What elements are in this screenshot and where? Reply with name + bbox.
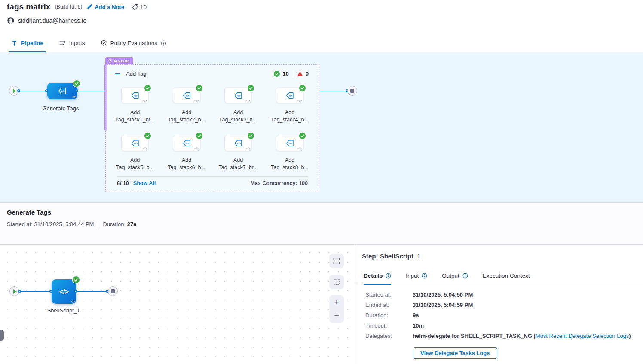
matrix-step-label: AddTag_stack8_b... [271, 157, 309, 171]
add-note-link[interactable]: Add a Note [86, 4, 124, 10]
code-glyph: </> [71, 300, 74, 303]
step-details: Started at: 31/10/2025, 5:04:50 PM Ended… [365, 291, 634, 359]
stage-node-label: Generate Tags [37, 105, 84, 112]
collapse-icon[interactable] [115, 73, 120, 74]
svg-text:</>: </> [134, 94, 138, 97]
shellscript-step-node[interactable]: </> </> [52, 279, 76, 304]
user-email: siddhant.dua@harness.io [18, 17, 86, 24]
info-icon[interactable] [422, 273, 427, 279]
success-badge-icon [196, 133, 202, 139]
generate-tags-step-node[interactable]: </> </> [47, 83, 77, 99]
row-value: 31/10/2025, 5:04:50 PM [413, 291, 473, 298]
pencil-icon [86, 4, 92, 10]
info-icon[interactable] [161, 40, 166, 46]
success-badge-icon [248, 85, 254, 91]
build-id: (Build Id: 6) [55, 4, 82, 10]
row-value: 9s [413, 312, 419, 318]
tab-label: Policy Evaluations [110, 40, 158, 46]
tab-execution-context[interactable]: Execution Context [483, 273, 530, 285]
code-glyph: </> [246, 147, 250, 150]
code-glyph: </> [195, 147, 198, 150]
matrix-footer-divider [117, 176, 308, 177]
panel-resize-handle[interactable] [0, 330, 4, 341]
matrix-steps-grid: </> </> AddTag_stack1_br... </> </> AddT… [109, 87, 316, 182]
zoom-out-button[interactable]: − [329, 309, 344, 323]
failed-count: 0 [306, 70, 309, 77]
tab-pipeline[interactable]: Pipeline [11, 34, 43, 52]
row-value: 10m [413, 322, 424, 329]
main-tabbar: Pipeline Inputs Policy Evaluations [0, 34, 643, 52]
zoom-controls: + − [329, 295, 344, 323]
row-label: Duration: [365, 312, 413, 318]
connector-line [19, 91, 47, 91]
code-glyph: </> [72, 95, 76, 98]
success-count: 10 [282, 70, 288, 77]
tag-step-icon: </> [182, 91, 191, 100]
multi-select-button[interactable] [329, 275, 344, 289]
matrix-step-node[interactable]: </> </> [276, 135, 303, 151]
success-badge-icon [196, 85, 202, 91]
show-all-link[interactable]: Show All [133, 180, 156, 186]
junction-dot [74, 290, 77, 293]
zoom-in-button[interactable]: + [329, 295, 344, 309]
matrix-step: </> </> AddTag_stack6_b... [161, 135, 212, 182]
tag-step-icon: </> [182, 139, 191, 148]
connector-line [20, 291, 52, 292]
matrix-step-node[interactable]: </> </> [121, 87, 149, 103]
started-value: 31/10/2025, 5:04:44 PM [34, 221, 94, 228]
matrix-step-node[interactable]: </> </> [121, 135, 149, 151]
matrix-step-label: AddTag_stack1_br... [115, 109, 154, 123]
info-icon[interactable] [386, 273, 391, 279]
max-concurrency: Max Concurrency: 100 [251, 180, 308, 186]
tab-input[interactable]: Input [406, 273, 427, 285]
tab-details[interactable]: Details [364, 273, 391, 285]
matrix-step-node[interactable]: </> </> [224, 87, 252, 103]
junction-dot [45, 89, 48, 92]
add-note-label: Add a Note [95, 4, 124, 10]
success-badge-icon [73, 80, 80, 87]
tag-step-icon: </> [58, 86, 67, 96]
svg-text:</>: </> [288, 94, 292, 97]
tab-output[interactable]: Output [442, 273, 468, 285]
pipeline-end-node [347, 86, 357, 96]
matrix-step-label: AddTag_stack7_br... [218, 157, 257, 171]
junction-dot [75, 89, 78, 92]
canvas-end-node [108, 286, 118, 296]
matrix-step-node[interactable]: </> </> [173, 135, 200, 151]
started-label: Started at: [7, 221, 33, 228]
header: tags matrix (Build Id: 6) Add a Note 10 [7, 2, 147, 12]
step-panel-title: Step: ShellScript_1 [362, 252, 421, 260]
detail-row-ended: Ended at: 31/10/2025, 5:04:59 PM [365, 302, 634, 312]
delegate-name: helm-delegate for SHELL_SCRIPT_TASK_NG ( [413, 333, 536, 339]
stage-summary-meta: Started at: 31/10/2025, 5:04:44 PM Durat… [7, 221, 136, 228]
play-icon [13, 289, 17, 294]
code-glyph: </> [143, 147, 147, 150]
tab-policy-evaluations[interactable]: Policy Evaluations [101, 34, 167, 52]
junction-dot [17, 89, 20, 92]
success-badge-icon [144, 133, 151, 139]
matrix-step-node[interactable]: </> </> [173, 87, 200, 103]
info-icon[interactable] [462, 273, 468, 279]
tag-step-icon: </> [234, 91, 243, 100]
matrix-step-label: AddTag_stack4_b... [271, 109, 309, 123]
pipeline-graph: </> </> Generate Tags MATRIX Add Tag [0, 52, 643, 203]
delegate-selection-logs-link[interactable]: Most Recent Delegate Selection Logs [536, 333, 629, 339]
detail-row-started: Started at: 31/10/2025, 5:04:50 PM [365, 291, 634, 302]
matrix-step-node[interactable]: </> </> [224, 135, 252, 151]
fit-to-screen-button[interactable] [329, 254, 344, 268]
svg-text:</>: </> [288, 141, 292, 144]
success-badge-icon [299, 85, 306, 91]
svg-text:</>: </> [237, 141, 241, 144]
matrix-step-label: AddTag_stack2_b... [168, 109, 205, 123]
svg-text:</>: </> [61, 90, 65, 93]
matrix-step-label: AddTag_stack3_b... [219, 109, 257, 123]
success-badge-icon [248, 133, 254, 139]
execution-page: tags matrix (Build Id: 6) Add a Note 10 … [0, 0, 643, 364]
matrix-step-node[interactable]: </> </> [276, 87, 303, 103]
user-avatar-icon [7, 17, 15, 24]
junction-dot [49, 290, 52, 293]
matrix-step-label: AddTag_stack5_b... [116, 157, 154, 171]
view-delegate-tasks-logs-button[interactable]: View Delegate Tasks Logs [413, 347, 497, 359]
stop-icon [111, 289, 115, 293]
tab-inputs[interactable]: Inputs [59, 34, 85, 52]
